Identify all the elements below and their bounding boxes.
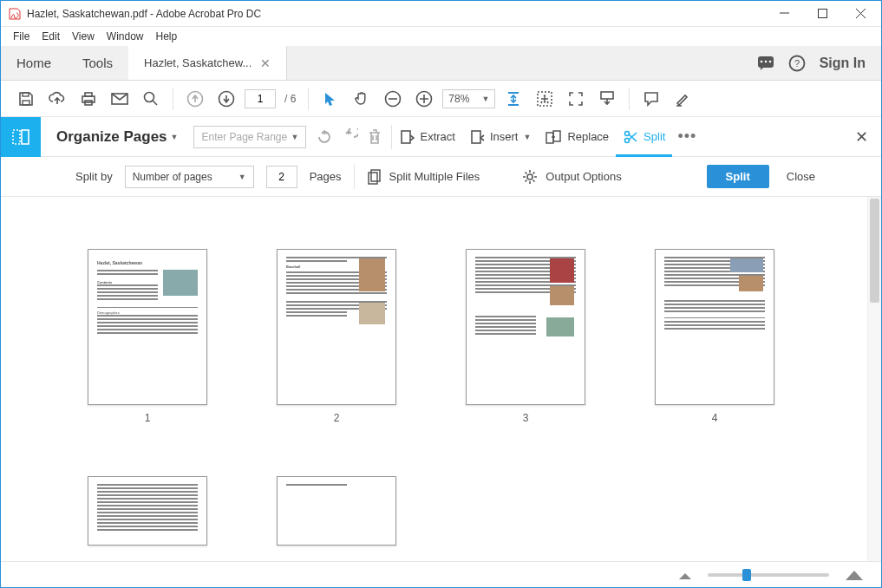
page-thumbnail[interactable]: Hazlet, Saskatchewan Contents Demographi… (88, 249, 207, 424)
window-title: Hazlet, Saskatchewan.pdf - Adobe Acrobat… (27, 8, 765, 20)
comment-icon[interactable] (638, 86, 664, 112)
print-icon[interactable] (75, 86, 101, 112)
svg-rect-23 (402, 131, 410, 143)
tab-row: Home Tools Hazlet, Saskatchew... ✕ ? Sig… (1, 46, 881, 81)
fullscreen-icon[interactable] (563, 86, 589, 112)
svg-text:?: ? (794, 58, 800, 69)
replace-button[interactable]: Replace (538, 124, 616, 150)
svg-rect-22 (22, 130, 29, 144)
page-total-label: / 6 (281, 93, 299, 105)
zoom-small-icon[interactable] (678, 570, 692, 580)
chevron-down-icon: ▼ (523, 133, 531, 141)
pointer-icon[interactable] (317, 86, 343, 112)
search-icon[interactable] (138, 86, 164, 112)
svg-point-4 (764, 60, 767, 62)
highlight-icon[interactable] (670, 86, 696, 112)
rotate-right-icon[interactable] (341, 128, 358, 146)
svg-rect-29 (369, 173, 377, 184)
email-icon[interactable] (107, 86, 133, 112)
svg-rect-24 (472, 131, 480, 143)
output-options-button[interactable]: Output Options (521, 168, 621, 186)
chevron-down-icon: ▼ (171, 133, 179, 141)
save-icon[interactable] (13, 86, 39, 112)
zoom-large-icon[interactable] (845, 569, 864, 581)
page-thumbnail[interactable] (277, 476, 396, 546)
page-label: 4 (712, 412, 718, 424)
more-options-icon[interactable]: ••• (677, 127, 696, 146)
close-window-button[interactable] (841, 1, 879, 27)
footer-bar (1, 561, 881, 587)
split-count-input[interactable] (266, 166, 297, 188)
help-icon[interactable]: ? (788, 55, 806, 72)
chevron-down-icon: ▼ (291, 133, 299, 141)
insert-button[interactable]: Insert ▼ (462, 124, 538, 150)
page-thumbnail[interactable]: Baseball 2 (277, 249, 396, 424)
zoom-value: 78% (448, 93, 469, 105)
close-split-button[interactable]: Close (781, 170, 820, 183)
menu-window[interactable]: Window (107, 30, 144, 42)
zoom-out-icon[interactable] (380, 86, 406, 112)
tab-document-label: Hazlet, Saskatchew... (144, 56, 252, 69)
next-page-icon[interactable] (213, 86, 239, 112)
minimize-button[interactable] (765, 1, 803, 27)
prev-page-icon[interactable] (182, 86, 208, 112)
cloud-upload-icon[interactable] (44, 86, 70, 112)
menu-edit[interactable]: Edit (42, 30, 60, 42)
reading-mode-icon[interactable] (594, 86, 620, 112)
page-label: 3 (523, 412, 529, 424)
svg-rect-21 (13, 130, 20, 144)
chevron-down-icon: ▼ (481, 95, 489, 103)
svg-point-14 (145, 92, 154, 101)
svg-rect-11 (85, 93, 92, 96)
split-toolbar: Split by Number of pages▼ Pages Split Mu… (1, 157, 881, 197)
menu-file[interactable]: File (13, 30, 29, 42)
chevron-down-icon: ▼ (238, 173, 246, 181)
svg-rect-26 (553, 131, 560, 141)
page-thumbnail[interactable]: 3 (466, 249, 585, 424)
split-mode-select[interactable]: Number of pages▼ (125, 166, 254, 188)
main-toolbar: / 6 78%▼ (1, 81, 881, 117)
fit-width-icon[interactable] (500, 86, 526, 112)
menu-help[interactable]: Help (156, 30, 178, 42)
organize-toolbar: Organize Pages▼ Enter Page Range▼ Extrac… (1, 117, 881, 157)
tab-close-icon[interactable]: ✕ (260, 56, 271, 70)
extract-icon (399, 128, 415, 146)
replace-icon (545, 128, 562, 146)
zoom-select[interactable]: 78%▼ (442, 89, 495, 108)
pages-label: Pages (310, 170, 342, 183)
tab-home[interactable]: Home (1, 46, 67, 80)
fit-page-icon[interactable] (532, 86, 558, 112)
zoom-slider[interactable] (708, 573, 829, 577)
organize-title[interactable]: Organize Pages▼ (41, 128, 193, 146)
rotate-left-icon[interactable] (315, 128, 332, 146)
svg-rect-9 (23, 93, 29, 96)
sign-in-button[interactable]: Sign In (820, 56, 866, 71)
page-number-input[interactable] (245, 89, 276, 108)
svg-rect-10 (82, 96, 95, 102)
app-icon (8, 7, 22, 21)
svg-point-3 (760, 60, 762, 62)
hand-icon[interactable] (349, 86, 375, 112)
organize-tool-icon[interactable] (1, 117, 41, 157)
maximize-button[interactable] (803, 1, 841, 27)
tab-tools[interactable]: Tools (67, 46, 128, 80)
close-panel-button[interactable]: ✕ (841, 127, 881, 147)
page-thumbnail[interactable]: 4 (655, 249, 774, 424)
page-label: 1 (145, 412, 151, 424)
split-button[interactable]: Split (616, 117, 672, 157)
menu-bar: File Edit View Window Help (1, 27, 881, 46)
delete-icon[interactable] (367, 128, 382, 146)
split-action-button[interactable]: Split (707, 165, 769, 188)
thumbnails-grid[interactable]: Hazlet, Saskatchewan Contents Demographi… (1, 197, 867, 561)
split-multiple-button[interactable]: Split Multiple Files (367, 168, 480, 186)
tab-document[interactable]: Hazlet, Saskatchew... ✕ (128, 46, 287, 80)
page-range-input[interactable]: Enter Page Range▼ (193, 126, 306, 148)
scissors-icon (623, 129, 638, 145)
zoom-in-icon[interactable] (411, 86, 437, 112)
menu-view[interactable]: View (72, 30, 95, 42)
extract-button[interactable]: Extract (392, 124, 461, 150)
notification-icon[interactable] (757, 56, 774, 71)
vertical-scrollbar[interactable] (867, 197, 881, 561)
page-thumbnail[interactable] (88, 476, 207, 546)
svg-rect-20 (601, 92, 613, 99)
